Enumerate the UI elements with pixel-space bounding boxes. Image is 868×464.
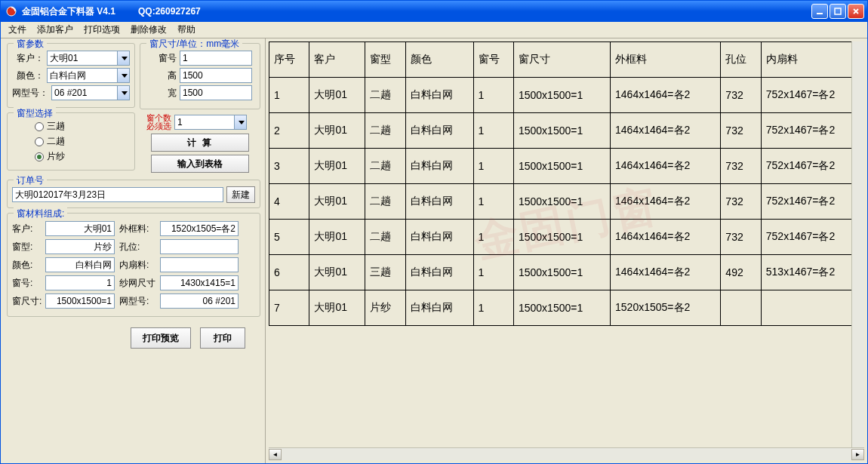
height-input[interactable] bbox=[180, 68, 252, 83]
m-customer[interactable] bbox=[45, 221, 115, 236]
m-no-label: 窗号: bbox=[12, 277, 44, 290]
cell: 1464x1464=各2 bbox=[611, 220, 721, 255]
col-header: 内扇料 bbox=[761, 42, 863, 78]
radio-opt1[interactable]: 三趟 bbox=[35, 120, 130, 133]
cell: 732 bbox=[721, 220, 761, 255]
table-row[interactable]: 7大明01片纱白料白网11500x1500=11520x1505=各2 bbox=[269, 290, 864, 326]
no-label: 窗号 bbox=[145, 52, 177, 65]
table-row[interactable]: 6大明01三趟白料白网11500x1500=11464x1464=各249251… bbox=[269, 255, 864, 290]
data-table: 序号客户窗型颜色窗号窗尺寸外框料孔位内扇料 1大明01二趟白料白网11500x1… bbox=[269, 41, 864, 326]
m-inner[interactable] bbox=[160, 257, 239, 272]
menu-file[interactable]: 文件 bbox=[4, 22, 31, 38]
radio-label-3: 片纱 bbox=[47, 150, 65, 163]
table-row[interactable]: 5大明01二趟白料白网11500x1500=11464x1464=各273275… bbox=[269, 220, 864, 255]
color-label: 颜色： bbox=[12, 69, 44, 82]
maximize-button[interactable] bbox=[830, 4, 846, 19]
cell: 白料白网 bbox=[405, 255, 473, 290]
m-type[interactable] bbox=[45, 239, 115, 254]
m-outer[interactable] bbox=[160, 221, 239, 236]
print-button[interactable]: 打印 bbox=[200, 327, 245, 349]
chevron-down-icon[interactable] bbox=[117, 51, 129, 65]
cell: 大明01 bbox=[309, 220, 365, 255]
close-button[interactable] bbox=[848, 4, 864, 19]
m-hole[interactable] bbox=[160, 239, 239, 254]
window-no-input[interactable] bbox=[180, 51, 252, 66]
col-header: 颜色 bbox=[405, 42, 473, 78]
cell bbox=[721, 290, 761, 326]
m-color[interactable] bbox=[45, 257, 115, 272]
svg-rect-2 bbox=[835, 8, 841, 14]
cell: 二趟 bbox=[365, 149, 405, 184]
m-color-label: 颜色: bbox=[12, 259, 44, 272]
m-type-label: 窗型: bbox=[12, 241, 44, 254]
cell: 1 bbox=[473, 220, 513, 255]
cell: 1500x1500=1 bbox=[513, 255, 610, 290]
m-mesh-type-label: 网型号: bbox=[119, 295, 159, 308]
cell: 1 bbox=[269, 78, 309, 113]
menu-add-customer[interactable]: 添加客户 bbox=[32, 22, 78, 38]
size-legend: 窗尺寸/单位：mm毫米 bbox=[146, 38, 242, 51]
chevron-down-icon[interactable] bbox=[117, 86, 129, 100]
table-row[interactable]: 4大明01二趟白料白网11500x1500=11464x1464=各273275… bbox=[269, 184, 864, 220]
cell: 752x1467=各2 bbox=[761, 78, 863, 113]
cell: 1464x1464=各2 bbox=[611, 113, 721, 149]
cell: 752x1467=各2 bbox=[761, 149, 863, 184]
menubar: 文件 添加客户 打印选项 删除修改 帮助 bbox=[1, 22, 867, 38]
scrollbar-vertical[interactable] bbox=[851, 41, 864, 447]
m-mesh-size[interactable] bbox=[160, 275, 239, 290]
width-input[interactable] bbox=[180, 85, 252, 100]
cell: 6 bbox=[269, 255, 309, 290]
m-mesh-type[interactable] bbox=[160, 293, 239, 309]
cell: 白料白网 bbox=[405, 78, 473, 113]
table-row[interactable]: 3大明01二趟白料白网11500x1500=11464x1464=各273275… bbox=[269, 149, 864, 184]
cell: 752x1467=各2 bbox=[761, 220, 863, 255]
col-header: 窗号 bbox=[473, 42, 513, 78]
radio-label-1: 三趟 bbox=[47, 120, 65, 133]
height-label: 高 bbox=[145, 69, 177, 82]
table-row[interactable]: 2大明01二趟白料白网11500x1500=11464x1464=各273275… bbox=[269, 113, 864, 149]
menu-help[interactable]: 帮助 bbox=[173, 22, 200, 38]
window-params-group: 窗参数 客户： 颜色： 网型号： bbox=[7, 43, 135, 108]
new-button[interactable]: 新建 bbox=[226, 186, 255, 203]
order-input[interactable] bbox=[12, 187, 223, 202]
to-table-button[interactable]: 输入到表格 bbox=[151, 155, 249, 173]
cell: 1464x1464=各2 bbox=[611, 149, 721, 184]
main-panel: 金固门窗 序号客户窗型颜色窗号窗尺寸外框料孔位内扇料 1大明01二趟白料白网11… bbox=[265, 38, 867, 463]
table-row[interactable]: 1大明01二趟白料白网11500x1500=11464x1464=各273275… bbox=[269, 78, 864, 113]
m-outer-label: 外框料: bbox=[119, 223, 159, 235]
cell: 白料白网 bbox=[405, 290, 473, 326]
radio-icon bbox=[35, 152, 44, 161]
radio-opt2[interactable]: 二趟 bbox=[35, 135, 130, 148]
m-hole-label: 孔位: bbox=[119, 241, 159, 254]
radio-label-2: 二趟 bbox=[47, 135, 65, 148]
col-header: 窗尺寸 bbox=[513, 42, 610, 78]
m-size-label: 窗尺寸: bbox=[12, 295, 44, 308]
m-no[interactable] bbox=[45, 275, 115, 290]
menu-delete-edit[interactable]: 删除修改 bbox=[126, 22, 171, 38]
order-legend: 订单号 bbox=[14, 174, 47, 187]
radio-opt3[interactable]: 片纱 bbox=[35, 150, 130, 163]
cell: 白料白网 bbox=[405, 149, 473, 184]
cell: 大明01 bbox=[309, 78, 365, 113]
material-group: 窗材料组成: 客户:外框料: 窗型:孔位: 颜色:内扇料: 窗号:纱网尺寸 窗尺… bbox=[7, 213, 260, 317]
menu-print-options[interactable]: 打印选项 bbox=[79, 22, 125, 38]
scroll-right-icon[interactable]: ► bbox=[851, 449, 864, 460]
cell: 大明01 bbox=[309, 290, 365, 326]
m-customer-label: 客户: bbox=[12, 223, 44, 235]
scroll-left-icon[interactable]: ◄ bbox=[269, 449, 282, 460]
cell: 1 bbox=[473, 290, 513, 326]
minimize-button[interactable] bbox=[811, 4, 828, 19]
cell: 1 bbox=[473, 149, 513, 184]
chevron-down-icon[interactable] bbox=[234, 115, 246, 129]
scrollbar-horizontal[interactable]: ◄ ► bbox=[269, 447, 864, 460]
preview-button[interactable]: 打印预览 bbox=[131, 327, 191, 349]
m-size[interactable] bbox=[45, 293, 115, 309]
cell: 732 bbox=[721, 149, 761, 184]
radio-icon bbox=[35, 137, 44, 146]
calc-button[interactable]: 计 算 bbox=[151, 134, 249, 152]
cell: 3 bbox=[269, 149, 309, 184]
chevron-down-icon[interactable] bbox=[117, 69, 129, 82]
cell: 1464x1464=各2 bbox=[611, 255, 721, 290]
svg-rect-1 bbox=[817, 13, 823, 14]
cell: 1 bbox=[473, 184, 513, 220]
